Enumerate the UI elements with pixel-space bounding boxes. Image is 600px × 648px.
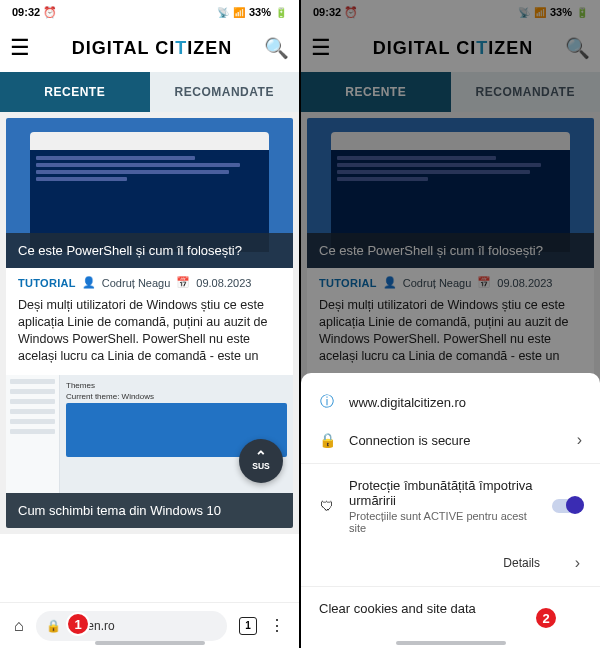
site-identity-row[interactable]: ⓘ www.digitalcitizen.ro [301,383,600,421]
tab-count-button[interactable]: 1 [239,617,257,635]
details-label: Details [503,556,540,570]
site-info-sheet: ⓘ www.digitalcitizen.ro 🔒 Connection is … [301,373,600,648]
author-icon: 👤 [82,276,96,289]
author-name[interactable]: Codruț Neagu [102,277,171,289]
article-thumbnail-2: Themes Current theme: Windows SUS [6,375,293,493]
calendar-icon: 📅 [176,276,190,289]
tab-recente[interactable]: RECENTE [0,72,150,112]
battery-icon: 🔋 [275,7,287,18]
overflow-menu-icon[interactable]: ⋮ [269,616,285,635]
article-excerpt: Deși mulți utilizatori de Windows știu c… [6,297,293,375]
protection-subtext: Protecțiile sunt ACTIVE pentru acest sit… [349,510,538,534]
protection-toggle[interactable] [552,499,582,513]
signal-icon: 📶 [233,7,245,18]
lock-icon[interactable]: 🔒 [46,619,61,633]
details-row[interactable]: Details › [301,544,600,582]
shield-icon: 🛡 [319,498,335,514]
nav-pill[interactable] [95,641,205,645]
chevron-right-icon: › [575,554,580,572]
alarm-icon: ⏰ [43,6,57,18]
nav-pill[interactable] [396,641,506,645]
site-url: www.digitalcitizen.ro [349,395,582,410]
left-screenshot: 09:32 ⏰ 📡 📶 33% 🔋 ☰ DIGITAL CITIZEN 🔍 RE… [0,0,299,648]
accessibility-icon: ⓘ [319,393,335,411]
article-meta: TUTORIAL 👤 Codruț Neagu 📅 09.08.2023 [6,268,293,297]
network-icon: 📡 [217,7,229,18]
chevron-right-icon: › [577,431,582,449]
protection-title: Protecție îmbunătățită împotriva urmărir… [349,478,538,508]
tracking-protection-row[interactable]: 🛡 Protecție îmbunătățită împotriva urmăr… [301,468,600,544]
search-icon[interactable]: 🔍 [264,36,289,60]
secure-label: Connection is secure [349,433,563,448]
tab-recomandate[interactable]: RECOMANDATE [150,72,300,112]
clock: 09:32 [12,6,40,18]
article-list: Ce este PowerShell și cum îl folosești? … [0,112,299,534]
menu-icon[interactable]: ☰ [10,35,30,61]
home-icon[interactable]: ⌂ [14,617,24,635]
article-title-2: Cum schimbi tema din Windows 10 [6,493,293,528]
battery-pct: 33% [249,6,271,18]
content-tabs: RECENTE RECOMANDATE [0,72,299,112]
lock-icon: 🔒 [319,432,335,448]
site-logo[interactable]: DIGITAL CITIZEN [40,38,264,59]
step-badge-2: 2 [534,606,558,630]
address-bar[interactable]: 🔒 citizen.ro [36,611,227,641]
publish-date: 09.08.2023 [196,277,251,289]
site-header: ☰ DIGITAL CITIZEN 🔍 [0,24,299,72]
step-badge-1: 1 [66,612,90,636]
category-tag[interactable]: TUTORIAL [18,277,76,289]
scroll-top-button[interactable]: SUS [239,439,283,483]
article-title: Ce este PowerShell și cum îl folosești? [6,233,293,268]
right-screenshot: 09:32 ⏰ 📡📶33%🔋 ☰ DIGITAL CITIZEN 🔍 RECEN… [301,0,600,648]
connection-secure-row[interactable]: 🔒 Connection is secure › [301,421,600,459]
article-card-1[interactable]: Ce este PowerShell și cum îl folosești? … [6,118,293,528]
status-bar: 09:32 ⏰ 📡 📶 33% 🔋 [0,0,299,24]
